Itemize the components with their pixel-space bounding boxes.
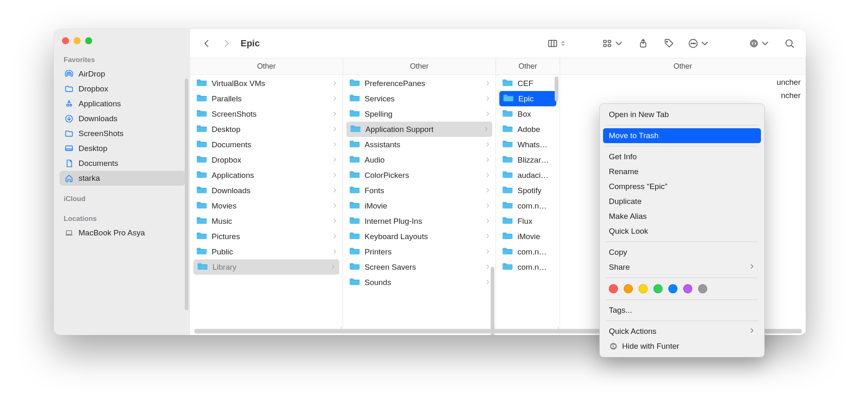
file-row[interactable]: Flux: [496, 213, 560, 229]
close-window-button[interactable]: [62, 37, 69, 44]
folder-icon: [349, 78, 360, 89]
file-row[interactable]: Assistants: [343, 137, 496, 152]
view-mode-columns-button[interactable]: [545, 35, 569, 52]
context-menu-item[interactable]: Compress “Epic”: [600, 179, 764, 194]
dropbox-icon: [64, 84, 74, 93]
file-row[interactable]: Spelling: [343, 106, 496, 122]
file-row[interactable]: Dropbox: [190, 152, 343, 168]
file-row[interactable]: Parallels: [190, 91, 343, 106]
sidebar-item-macbook-pro-asya[interactable]: MacBook Pro Asya: [60, 225, 185, 240]
funter-visibility-button[interactable]: [747, 35, 772, 52]
context-menu-item[interactable]: Duplicate: [600, 194, 764, 209]
chevron-right-icon: [332, 110, 338, 119]
file-row[interactable]: Spotify: [496, 183, 560, 198]
column-header[interactable]: Other: [343, 58, 496, 75]
tag-color-dot[interactable]: [609, 284, 618, 293]
file-row[interactable]: Downloads: [190, 183, 343, 198]
file-row[interactable]: Box: [496, 106, 560, 122]
file-row[interactable]: Public: [190, 244, 343, 259]
tag-color-dot[interactable]: [668, 284, 677, 293]
file-row[interactable]: Fonts: [343, 183, 496, 198]
tag-color-dot[interactable]: [698, 284, 707, 293]
context-menu-item[interactable]: Get Info: [600, 149, 764, 164]
context-menu-item[interactable]: Quick Look: [600, 224, 764, 239]
file-row[interactable]: ColorPickers: [343, 168, 496, 183]
sidebar-item-downloads[interactable]: Downloads: [60, 111, 185, 126]
file-row[interactable]: com.n…: [496, 244, 560, 259]
back-button[interactable]: [198, 35, 215, 52]
folder-icon: [502, 261, 513, 273]
file-row[interactable]: iMovie: [343, 198, 496, 213]
file-row[interactable]: Application Support: [346, 122, 492, 137]
sidebar-item-dropbox[interactable]: Dropbox: [60, 81, 185, 96]
file-row[interactable]: Screen Savers: [343, 259, 496, 275]
tags-button[interactable]: [661, 35, 677, 52]
column-header[interactable]: Other: [190, 58, 343, 75]
file-row[interactable]: Movies: [190, 198, 343, 213]
tag-color-dot[interactable]: [653, 284, 663, 293]
group-by-button[interactable]: [600, 35, 626, 52]
context-menu-item[interactable]: Rename: [600, 164, 764, 179]
file-row[interactable]: ScreenShots: [190, 106, 343, 122]
column-body[interactable]: VirtualBox VMsParallelsScreenShotsDeskto…: [190, 75, 343, 335]
file-row[interactable]: com.n…: [496, 259, 560, 275]
file-row[interactable]: Applications: [190, 168, 343, 183]
file-row[interactable]: Internet Plug-Ins: [343, 213, 496, 229]
file-row[interactable]: Keyboard Layouts: [343, 229, 496, 244]
file-row[interactable]: Desktop: [190, 122, 343, 137]
sidebar-scrollbar[interactable]: [185, 79, 188, 310]
column-header[interactable]: Other: [496, 58, 560, 75]
file-row[interactable]: Services: [343, 91, 496, 106]
context-menu-item[interactable]: Make Alias: [600, 209, 764, 224]
zoom-window-button[interactable]: [85, 37, 92, 44]
folder-icon: [196, 154, 207, 165]
file-row[interactable]: Whats…: [496, 137, 560, 152]
tag-color-dot[interactable]: [639, 284, 648, 293]
share-button[interactable]: [635, 35, 651, 52]
file-row[interactable]: Documents: [190, 137, 343, 152]
column-body[interactable]: CEFEpicBoxAdobeWhats…Blizzar…audaci…Spot…: [496, 75, 560, 335]
sidebar-item-documents[interactable]: Documents: [60, 156, 185, 171]
sidebar-item-starka[interactable]: starka: [60, 171, 185, 186]
file-row[interactable]: Sounds: [343, 275, 496, 290]
context-menu-item[interactable]: Tags...: [600, 303, 764, 318]
search-button[interactable]: [781, 35, 798, 52]
sidebar-item-desktop[interactable]: Desktop: [60, 141, 185, 156]
context-menu-item[interactable]: Hide with Funter: [600, 339, 764, 354]
file-row[interactable]: ncher: [560, 89, 806, 102]
context-menu-item[interactable]: Open in New Tab: [600, 107, 764, 122]
file-row[interactable]: iMovie: [496, 229, 560, 244]
column-header[interactable]: Other: [560, 58, 806, 75]
sidebar-item-applications[interactable]: Applications: [60, 96, 185, 111]
sidebar-item-airdrop[interactable]: AirDrop: [60, 67, 185, 81]
file-row[interactable]: uncher: [560, 76, 806, 89]
file-row[interactable]: audaci…: [496, 168, 560, 183]
file-row[interactable]: Epic: [499, 91, 556, 106]
context-menu-item[interactable]: Move to Trash: [603, 128, 761, 143]
file-row[interactable]: Audio: [343, 152, 496, 168]
file-row[interactable]: Printers: [343, 244, 496, 259]
column-body[interactable]: PreferencePanesServicesSpellingApplicati…: [343, 75, 496, 335]
file-row[interactable]: com.n…: [496, 198, 560, 213]
file-row[interactable]: VirtualBox VMs: [190, 76, 343, 91]
window-controls: [60, 35, 185, 54]
folder-icon: [349, 108, 360, 120]
file-row[interactable]: Music: [190, 213, 343, 229]
more-actions-button[interactable]: [686, 35, 712, 52]
context-menu-item[interactable]: Copy: [600, 245, 764, 260]
sidebar-item-screenshots[interactable]: ScreenShots: [60, 126, 185, 141]
tag-color-dot[interactable]: [683, 284, 692, 293]
forward-button[interactable]: [218, 35, 235, 52]
folder-icon: [502, 231, 513, 242]
file-row[interactable]: Library: [193, 259, 339, 275]
file-row[interactable]: PreferencePanes: [343, 76, 496, 91]
file-row[interactable]: Adobe: [496, 122, 560, 137]
column-scrollbar[interactable]: [555, 77, 558, 101]
tag-color-dot[interactable]: [624, 284, 633, 293]
file-row[interactable]: Blizzar…: [496, 152, 560, 168]
minimize-window-button[interactable]: [74, 37, 81, 44]
file-row[interactable]: CEF: [496, 76, 560, 91]
file-row[interactable]: Pictures: [190, 229, 343, 244]
context-menu-item[interactable]: Share: [600, 260, 764, 275]
context-menu-item[interactable]: Quick Actions: [600, 324, 764, 339]
